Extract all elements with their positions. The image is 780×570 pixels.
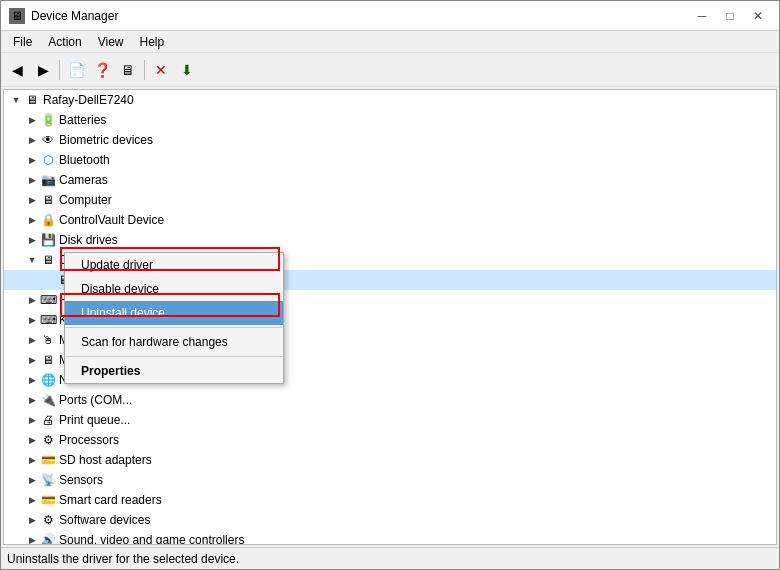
sd-icon: 💳: [40, 452, 56, 468]
ports-icon: 🔌: [40, 392, 56, 408]
expander[interactable]: ▶: [24, 472, 40, 488]
menu-action[interactable]: Action: [40, 33, 89, 51]
expander[interactable]: ▶: [24, 452, 40, 468]
expander[interactable]: ▶: [24, 232, 40, 248]
ctx-scan-hardware[interactable]: Scan for hardware changes: [65, 330, 283, 354]
forward-button[interactable]: ▶: [31, 58, 55, 82]
expander[interactable]: ▶: [24, 532, 40, 545]
scan-button[interactable]: 🖥: [116, 58, 140, 82]
close-button[interactable]: ✕: [745, 5, 771, 27]
list-item[interactable]: ▶ 💳 SD host adapters: [4, 450, 776, 470]
expander[interactable]: ▶: [24, 192, 40, 208]
controlvault-icon: 🔒: [40, 212, 56, 228]
menu-file[interactable]: File: [5, 33, 40, 51]
tree-root[interactable]: ▼ 🖥 Rafay-DellE7240: [4, 90, 776, 110]
device-tree[interactable]: ▼ 🖥 Rafay-DellE7240 ▶ 🔋 Batteries ▶ 👁 Bi…: [3, 89, 777, 545]
status-text: Uninstalls the driver for the selected d…: [7, 552, 239, 566]
app-icon: 🖥: [9, 8, 25, 24]
window-title: Device Manager: [31, 9, 118, 23]
item-label: Ports (COM...: [59, 393, 132, 407]
display-icon: 🖥: [40, 252, 56, 268]
uninstall-button[interactable]: ✕: [149, 58, 173, 82]
properties-button[interactable]: 📄: [64, 58, 88, 82]
item-label: Biometric devices: [59, 133, 153, 147]
toolbar-separator-2: [144, 60, 145, 80]
item-label: Cameras: [59, 173, 108, 187]
expander[interactable]: ▶: [24, 212, 40, 228]
list-item[interactable]: ▶ 📷 Cameras: [4, 170, 776, 190]
expander[interactable]: ▶: [24, 292, 40, 308]
context-menu: Update driver Disable device Uninstall d…: [64, 252, 284, 384]
expander[interactable]: ▶: [24, 172, 40, 188]
minimize-button[interactable]: ─: [689, 5, 715, 27]
expander[interactable]: ▶: [24, 492, 40, 508]
disk-icon: 💾: [40, 232, 56, 248]
device-manager-window: 🖥 Device Manager ─ □ ✕ File Action View …: [0, 0, 780, 570]
item-label: Bluetooth: [59, 153, 110, 167]
ctx-update-driver[interactable]: Update driver: [65, 253, 283, 277]
root-expander[interactable]: ▼: [8, 92, 24, 108]
software-icon: ⚙: [40, 512, 56, 528]
expander[interactable]: ▶: [24, 112, 40, 128]
item-label: ControlVault Device: [59, 213, 164, 227]
item-label: Software devices: [59, 513, 150, 527]
help-button[interactable]: ❓: [90, 58, 114, 82]
expander[interactable]: ▶: [24, 432, 40, 448]
item-label: Batteries: [59, 113, 106, 127]
maximize-button[interactable]: □: [717, 5, 743, 27]
list-item[interactable]: ▶ 🔌 Ports (COM...: [4, 390, 776, 410]
expander[interactable]: ▼: [24, 252, 40, 268]
hid-icon: ⌨: [40, 292, 56, 308]
sensor-icon: 📡: [40, 472, 56, 488]
list-item[interactable]: ▶ 🔒 ControlVault Device: [4, 210, 776, 230]
root-label: Rafay-DellE7240: [43, 93, 134, 107]
expander[interactable]: ▶: [24, 332, 40, 348]
list-item[interactable]: ▶ 🖥 Computer: [4, 190, 776, 210]
expander[interactable]: ▶: [24, 152, 40, 168]
menu-help[interactable]: Help: [132, 33, 173, 51]
smartcard-icon: 💳: [40, 492, 56, 508]
ctx-disable-device[interactable]: Disable device: [65, 277, 283, 301]
expander[interactable]: ▶: [24, 132, 40, 148]
list-item[interactable]: ▶ 💾 Disk drives: [4, 230, 776, 250]
network-icon: 🌐: [40, 372, 56, 388]
window-controls: ─ □ ✕: [689, 5, 771, 27]
status-bar: Uninstalls the driver for the selected d…: [1, 547, 779, 569]
ctx-separator-2: [65, 356, 283, 357]
ctx-uninstall-device[interactable]: Uninstall device: [65, 301, 283, 325]
item-label: Computer: [59, 193, 112, 207]
expander[interactable]: ▶: [24, 512, 40, 528]
item-label: SD host adapters: [59, 453, 152, 467]
expander[interactable]: ▶: [24, 312, 40, 328]
biometric-icon: 👁: [40, 132, 56, 148]
processor-icon: ⚙: [40, 432, 56, 448]
monitor-icon: 🖥: [40, 352, 56, 368]
list-item[interactable]: ▶ 🖨 Print queue...: [4, 410, 776, 430]
update-button[interactable]: ⬇: [175, 58, 199, 82]
list-item[interactable]: ▶ 💳 Smart card readers: [4, 490, 776, 510]
expander[interactable]: ▶: [24, 372, 40, 388]
keyboard-icon: ⌨: [40, 312, 56, 328]
camera-icon: 📷: [40, 172, 56, 188]
list-item[interactable]: ▶ ⚙ Software devices: [4, 510, 776, 530]
list-item[interactable]: ▶ ⬡ Bluetooth: [4, 150, 776, 170]
list-item[interactable]: ▶ ⚙ Processors: [4, 430, 776, 450]
item-label: Smart card readers: [59, 493, 162, 507]
expander[interactable]: ▶: [24, 352, 40, 368]
expander[interactable]: ▶: [24, 392, 40, 408]
list-item[interactable]: ▶ 🔋 Batteries: [4, 110, 776, 130]
expander: [40, 272, 56, 288]
ctx-properties[interactable]: Properties: [65, 359, 283, 383]
menu-view[interactable]: View: [90, 33, 132, 51]
sound-icon: 🔊: [40, 532, 56, 545]
printer-icon: 🖨: [40, 412, 56, 428]
list-item[interactable]: ▶ 📡 Sensors: [4, 470, 776, 490]
back-button[interactable]: ◀: [5, 58, 29, 82]
item-label: Disk drives: [59, 233, 118, 247]
item-label: Processors: [59, 433, 119, 447]
toolbar-separator-1: [59, 60, 60, 80]
list-item[interactable]: ▶ 🔊 Sound, video and game controllers: [4, 530, 776, 545]
list-item[interactable]: ▶ 👁 Biometric devices: [4, 130, 776, 150]
expander[interactable]: ▶: [24, 412, 40, 428]
item-label: Sensors: [59, 473, 103, 487]
